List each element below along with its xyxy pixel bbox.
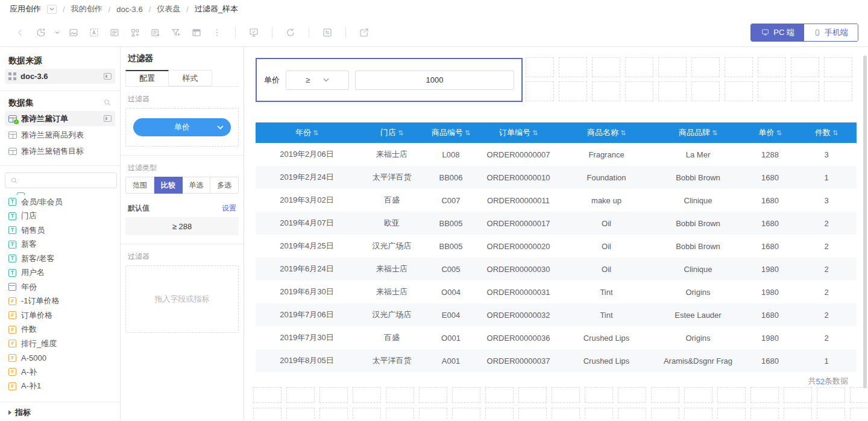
add-embed-button[interactable]	[188, 24, 205, 41]
filter-type-button[interactable]: 多选	[210, 177, 239, 194]
table-row[interactable]: 2019年6月24日来福士店C005ORDER00000030OilCliniq…	[256, 258, 857, 280]
tab-active[interactable]: 配置	[125, 70, 169, 86]
back-icon	[16, 28, 25, 37]
detail-panel-icon[interactable]	[104, 73, 112, 80]
datasource-item[interactable]: doc-3.6	[5, 69, 115, 84]
more-button[interactable]	[209, 24, 225, 41]
field-item[interactable]: T新客/老客	[0, 252, 120, 266]
text-field-icon: T	[8, 269, 16, 277]
column-header[interactable]: 订单编号⇅	[476, 122, 561, 143]
column-header[interactable]: 商品品牌⇅	[652, 122, 744, 143]
chart-dropdown-button[interactable]	[53, 24, 61, 41]
add-image-button[interactable]	[65, 24, 82, 41]
filter-section-label: 过滤器	[128, 94, 149, 104]
filter-value-input[interactable]	[355, 71, 514, 90]
grid-placeholder-cell	[791, 57, 819, 77]
table-row[interactable]: 2019年7月30日百盛O001ORDER00000036Crushed Lip…	[256, 326, 857, 349]
column-header[interactable]: 年份⇅	[256, 122, 358, 143]
column-header[interactable]: 商品编号⇅	[426, 122, 476, 143]
field-item[interactable]: T门店	[0, 209, 120, 224]
breadcrumb-item[interactable]: 我的创作	[71, 4, 102, 14]
fullscreen-button[interactable]	[319, 24, 336, 41]
column-header[interactable]: 件数⇅	[796, 122, 857, 143]
table-cell: ORDER00000032	[476, 303, 561, 326]
add-control-button[interactable]	[127, 24, 143, 41]
field-item[interactable]: T用户名	[0, 266, 120, 280]
metrics-section-toggle[interactable]: 指标	[0, 405, 120, 420]
table-row[interactable]: 2019年3月02日百盛C007ORDER00000011make upClin…	[256, 189, 857, 212]
tab-inactive[interactable]: 样式	[169, 70, 212, 86]
operator-select[interactable]: ≥	[286, 71, 349, 90]
back-button[interactable]	[12, 24, 29, 41]
table-widget[interactable]: 年份⇅门店⇅商品编号⇅订单编号⇅商品名称⇅商品品牌⇅单价⇅件数⇅ 2019年2月…	[256, 122, 857, 390]
filter-dropzone[interactable]: 拖入字段或指标	[125, 265, 239, 333]
field-item[interactable]: 年份	[0, 280, 120, 294]
text-field-icon: T	[8, 198, 16, 206]
field-item[interactable]: #-1订单价格	[0, 294, 120, 309]
table-row[interactable]: 2019年2月06日来福士店L008ORDER00000007Fragrance…	[256, 143, 857, 166]
table-cell: Clinique	[652, 189, 744, 212]
field-search-input[interactable]	[18, 176, 112, 185]
dataset-search-button[interactable]	[103, 98, 112, 109]
canvas-scrollbar[interactable]	[863, 55, 867, 388]
column-header[interactable]: 单价⇅	[744, 122, 796, 143]
column-header[interactable]: 商品名称⇅	[561, 122, 652, 143]
filter-widget[interactable]: 单价 ≥	[256, 58, 523, 102]
table-row[interactable]: 2019年7月06日汉光广场店E004ORDER00000032TintEste…	[256, 303, 857, 326]
grid-placeholder-cell	[784, 408, 812, 420]
add-chart-button[interactable]	[33, 24, 49, 41]
field-item[interactable]: #A-补1	[0, 379, 120, 394]
default-value-box[interactable]: ≥ 288	[125, 217, 239, 235]
table-row[interactable]: 2019年2月24日太平洋百货BB006ORDER00000010Foundat…	[256, 166, 857, 189]
settings-link[interactable]: 设置	[222, 203, 236, 214]
field-item[interactable]: T新客	[0, 238, 120, 252]
field-item[interactable]: #排行_维度	[0, 337, 120, 351]
dashboard-canvas[interactable]: 单价 ≥ 年份⇅门店⇅商品编号⇅订单编号⇅商品名称⇅商品品牌⇅单价⇅件数⇅ 20…	[244, 47, 868, 420]
add-filter-button[interactable]	[168, 24, 184, 41]
filter-field-dropzone[interactable]: 单价	[125, 108, 239, 147]
refresh-button[interactable]	[282, 24, 299, 41]
sort-icon: ⇅	[465, 129, 470, 136]
grid-placeholder-cell	[552, 408, 580, 420]
filter-field-pill[interactable]: 单价	[133, 118, 231, 136]
filter-type-button[interactable]: 范围	[125, 177, 154, 194]
datasource-title-label: 数据来源	[8, 55, 42, 66]
add-query-button[interactable]	[147, 24, 164, 41]
table-row[interactable]: 2019年8月05日太平洋百货A001ORDER00000037Crushed …	[256, 349, 857, 372]
grid-placeholder-cell	[717, 387, 746, 403]
field-item[interactable]: #A-补	[0, 365, 120, 379]
funnel-add-icon	[171, 27, 181, 38]
table-row[interactable]: 2019年4月25日汉光广场店BB005ORDER00000020OilBobb…	[256, 235, 857, 258]
breadcrumb-item[interactable]: doc-3.6	[116, 5, 142, 14]
app-dropdown-button[interactable]	[47, 5, 57, 14]
add-text-button[interactable]	[86, 24, 102, 41]
field-item[interactable]	[8, 189, 112, 195]
table-row[interactable]: 2019年6月30日来福士店O004ORDER00000031TintOrigi…	[256, 280, 857, 303]
detail-panel-icon[interactable]	[104, 115, 112, 122]
field-search-box[interactable]	[5, 173, 117, 188]
filter-type-button[interactable]: 比较	[154, 177, 183, 194]
pc-view-button[interactable]: PC 端	[751, 24, 804, 41]
field-item[interactable]: T会员/非会员	[0, 195, 120, 209]
preview-button[interactable]	[245, 24, 262, 41]
field-item[interactable]: #件数	[0, 323, 120, 337]
field-item[interactable]: T销售员	[0, 223, 120, 238]
grid-placeholder-cell	[791, 81, 819, 101]
column-header[interactable]: 门店⇅	[358, 122, 426, 143]
field-label: A-补	[21, 367, 37, 378]
dataset-item[interactable]: ✓雅诗兰黛订单	[5, 111, 115, 126]
dataset-item[interactable]: 雅诗兰黛商品列表	[5, 127, 115, 142]
breadcrumb-item-app[interactable]: 应用创作	[10, 4, 41, 14]
field-item[interactable]: #订单价格	[0, 308, 120, 323]
share-button[interactable]	[356, 24, 373, 41]
add-form-button[interactable]	[106, 24, 123, 41]
number-field-icon: #	[8, 326, 16, 334]
breadcrumb-item[interactable]: 过滤器_样本	[195, 4, 238, 14]
filter-type-button[interactable]: 单选	[183, 177, 211, 194]
table-row[interactable]: 2019年4月07日欧亚BB005ORDER00000017OilBobbi B…	[256, 212, 857, 235]
table-cell: 1980	[744, 280, 796, 303]
field-item[interactable]: #A-5000	[0, 351, 120, 366]
dataset-item[interactable]: 雅诗兰黛销售目标	[5, 144, 115, 159]
mobile-view-button[interactable]: 手机端	[804, 24, 858, 41]
breadcrumb-item[interactable]: 仪表盘	[157, 4, 180, 14]
